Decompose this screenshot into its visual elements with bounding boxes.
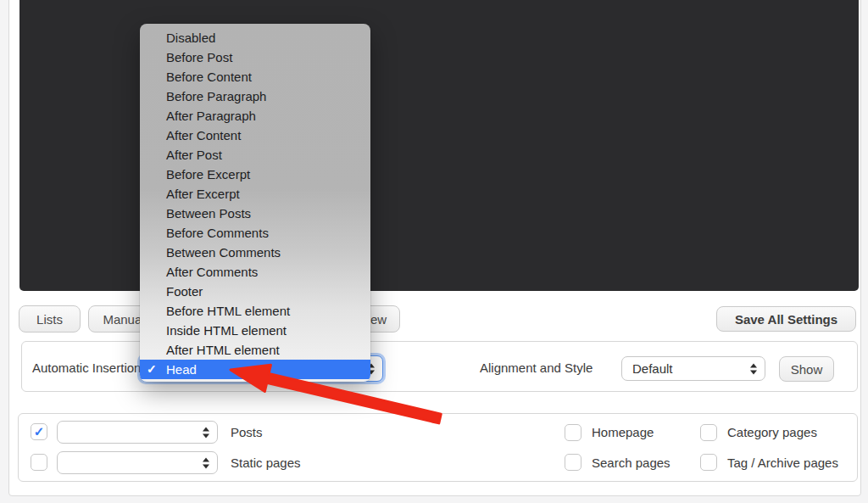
tag-archive-pages-checkbox[interactable]: ✓ xyxy=(700,454,717,471)
search-pages-checkbox[interactable]: ✓ xyxy=(565,454,581,471)
insertion-dropdown-menu: Disabled Before Post Before Content Befo… xyxy=(140,24,370,382)
tag-archive-pages-label: Tag / Archive pages xyxy=(727,455,838,470)
checkmark-icon: ✓ xyxy=(34,425,45,438)
menu-item-head-label: Head xyxy=(166,360,197,379)
stepper-icon xyxy=(750,362,757,375)
static-pages-count-select[interactable] xyxy=(57,451,218,474)
alignment-style-select[interactable]: Default xyxy=(621,356,765,381)
show-button[interactable]: Show xyxy=(779,356,834,382)
menu-item-after-html-element[interactable]: After HTML element xyxy=(140,340,370,360)
homepage-checkbox[interactable]: ✓ xyxy=(565,424,581,441)
posts-label: Posts xyxy=(231,425,263,439)
menu-item-after-comments[interactable]: After Comments xyxy=(140,262,370,282)
posts-checkbox[interactable]: ✓ xyxy=(31,423,47,440)
menu-item-footer[interactable]: Footer xyxy=(140,282,370,301)
automatic-insertion-label: Automatic Insertion xyxy=(32,360,141,375)
static-pages-label: Static pages xyxy=(231,455,301,470)
posts-count-select[interactable] xyxy=(57,421,218,444)
search-pages-label: Search pages xyxy=(592,455,670,470)
menu-item-before-excerpt[interactable]: Before Excerpt xyxy=(140,165,370,184)
save-all-settings-button[interactable]: Save All Settings xyxy=(716,306,856,332)
stepper-icon xyxy=(203,456,209,469)
alignment-style-label: Alignment and Style xyxy=(480,360,593,375)
menu-item-before-content[interactable]: Before Content xyxy=(140,67,370,87)
menu-item-disabled[interactable]: Disabled xyxy=(140,28,370,48)
menu-item-before-html-element[interactable]: Before HTML element xyxy=(140,301,370,321)
category-pages-checkbox[interactable]: ✓ xyxy=(700,424,717,441)
menu-item-after-content[interactable]: After Content xyxy=(140,126,370,145)
menu-item-after-post[interactable]: After Post xyxy=(140,145,370,165)
menu-item-between-posts[interactable]: Between Posts xyxy=(140,204,370,223)
alignment-style-value: Default xyxy=(632,361,673,376)
menu-item-before-paragraph[interactable]: Before Paragraph xyxy=(140,87,370,106)
category-pages-label: Category pages xyxy=(727,425,817,439)
menu-item-after-excerpt[interactable]: After Excerpt xyxy=(140,184,370,204)
stepper-icon xyxy=(203,426,209,439)
menu-item-after-paragraph[interactable]: After Paragraph xyxy=(140,106,370,126)
menu-item-before-comments[interactable]: Before Comments xyxy=(140,223,370,243)
checkmark-icon: ✓ xyxy=(147,360,166,379)
lists-button[interactable]: Lists xyxy=(19,305,81,333)
menu-item-head-selected[interactable]: ✓ Head xyxy=(140,360,370,379)
menu-item-between-comments[interactable]: Between Comments xyxy=(140,243,370,262)
menu-item-inside-html-element[interactable]: Inside HTML element xyxy=(140,321,370,340)
homepage-label: Homepage xyxy=(592,425,654,439)
static-pages-checkbox[interactable]: ✓ xyxy=(31,454,47,471)
menu-item-before-post[interactable]: Before Post xyxy=(140,48,370,67)
